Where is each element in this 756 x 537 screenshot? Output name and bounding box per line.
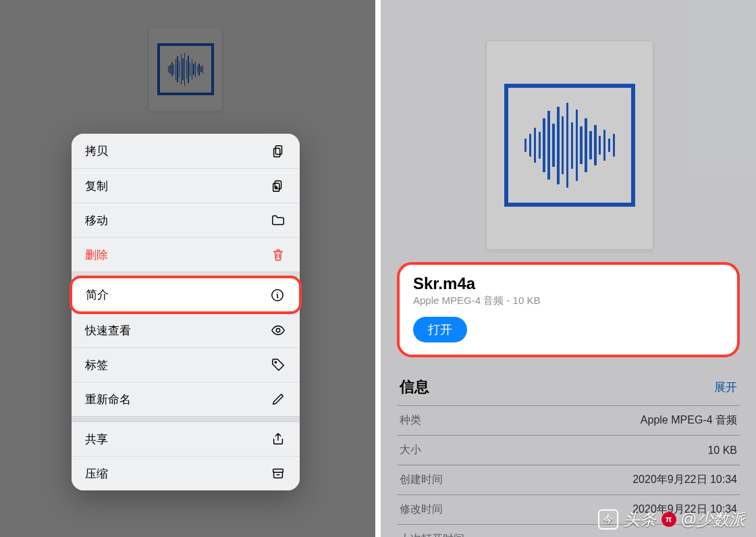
context-menu: 拷贝 复制 移动 删除 简介 快速查看 标签 重新命名 共享 压缩 bbox=[72, 134, 300, 490]
credit-left: 头条 bbox=[624, 509, 656, 530]
audio-icon bbox=[504, 84, 635, 207]
file-subtitle: Apple MPEG-4 音频 - 10 KB bbox=[413, 295, 724, 307]
menu-label: 重新命名 bbox=[85, 392, 131, 407]
info-row-size: 大小10 KB bbox=[397, 435, 740, 465]
left-pane: 拷贝 复制 移动 删除 简介 快速查看 标签 重新命名 共享 压缩 bbox=[0, 0, 375, 537]
credit-right: @少数派 bbox=[680, 509, 745, 530]
file-info-card: Skr.m4a Apple MPEG-4 音频 - 10 KB 打开 bbox=[397, 262, 740, 357]
tag-icon bbox=[270, 357, 286, 373]
pencil-icon bbox=[270, 391, 286, 407]
credits: 今 头条 π @少数派 bbox=[598, 509, 745, 530]
menu-label: 标签 bbox=[85, 357, 108, 373]
folder-icon bbox=[270, 212, 286, 228]
file-preview-card bbox=[148, 27, 223, 111]
share-icon bbox=[270, 431, 286, 447]
menu-label: 复制 bbox=[85, 178, 108, 194]
menu-duplicate[interactable]: 复制 bbox=[72, 168, 300, 203]
toutiao-badge-icon: 今 bbox=[598, 509, 618, 530]
menu-copy[interactable]: 拷贝 bbox=[72, 134, 300, 168]
menu-label: 共享 bbox=[85, 432, 108, 447]
menu-get-info[interactable]: 简介 bbox=[70, 276, 302, 314]
file-preview-card bbox=[486, 41, 653, 250]
archive-icon bbox=[270, 465, 286, 482]
duplicate-icon bbox=[270, 178, 286, 194]
file-name: Skr.m4a bbox=[413, 274, 724, 293]
menu-label: 删除 bbox=[85, 247, 108, 263]
sspai-icon: π bbox=[662, 512, 676, 527]
info-row-created: 创建时间2020年9月22日 10:34 bbox=[397, 465, 740, 494]
menu-quicklook[interactable]: 快速查看 bbox=[72, 313, 300, 347]
svg-rect-0 bbox=[275, 145, 281, 154]
expand-button[interactable]: 展开 bbox=[714, 380, 737, 395]
menu-compress[interactable]: 压缩 bbox=[72, 456, 300, 490]
info-title: 信息 bbox=[400, 377, 429, 397]
menu-delete[interactable]: 删除 bbox=[72, 237, 300, 272]
svg-rect-1 bbox=[274, 148, 280, 157]
menu-rename[interactable]: 重新命名 bbox=[72, 382, 300, 416]
menu-separator bbox=[72, 416, 300, 421]
audio-icon bbox=[157, 43, 214, 96]
menu-tags[interactable]: 标签 bbox=[72, 347, 300, 382]
pane-divider bbox=[375, 0, 381, 537]
menu-label: 拷贝 bbox=[85, 143, 108, 159]
menu-label: 压缩 bbox=[85, 466, 108, 482]
menu-label: 快速查看 bbox=[85, 323, 131, 338]
copy-pages-icon bbox=[270, 143, 286, 159]
info-icon bbox=[269, 287, 286, 303]
info-row-kind: 种类Apple MPEG-4 音频 bbox=[397, 405, 740, 435]
svg-point-5 bbox=[276, 328, 280, 332]
menu-label: 移动 bbox=[85, 213, 108, 228]
right-pane: Skr.m4a Apple MPEG-4 音频 - 10 KB 打开 信息 展开… bbox=[381, 0, 756, 537]
eye-icon bbox=[270, 322, 286, 338]
menu-share[interactable]: 共享 bbox=[72, 421, 300, 456]
svg-point-6 bbox=[275, 361, 276, 363]
svg-rect-7 bbox=[273, 469, 284, 473]
menu-move[interactable]: 移动 bbox=[72, 203, 300, 237]
open-button[interactable]: 打开 bbox=[413, 317, 467, 342]
trash-icon bbox=[270, 247, 286, 263]
menu-label: 简介 bbox=[86, 287, 109, 303]
